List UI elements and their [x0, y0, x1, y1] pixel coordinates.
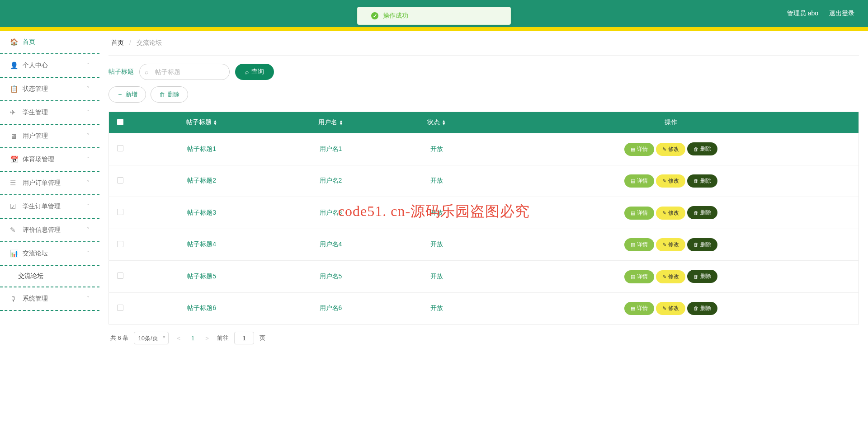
sidebar-item-8[interactable]: ✎评价信息管理˅	[0, 219, 99, 242]
success-toast: ✓ 操作成功	[357, 7, 511, 25]
row-checkbox[interactable]	[117, 209, 123, 215]
sidebar-item-3[interactable]: ✈学生管理˅	[0, 101, 99, 125]
cell-title[interactable]: 帖子标题5	[132, 261, 272, 293]
detail-button[interactable]: ▤详情	[624, 302, 654, 315]
current-page[interactable]: 1	[189, 335, 197, 342]
menu-label: 用户订单管理	[23, 179, 61, 187]
logout-link[interactable]: 退出登录	[829, 9, 854, 18]
menu-icon: ☰	[10, 179, 17, 187]
row-delete-button[interactable]: 🗑删除	[687, 302, 717, 315]
row-checkbox[interactable]	[117, 305, 123, 311]
edit-icon: ✎	[662, 274, 666, 280]
sidebar-item-10[interactable]: 🎙系统管理˅	[0, 287, 99, 311]
menu-label: 评价信息管理	[23, 226, 61, 234]
chevron-right-icon: ˅	[87, 86, 90, 92]
cell-title[interactable]: 帖子标题3	[132, 197, 272, 229]
sidebar-item-6[interactable]: ☰用户订单管理˅	[0, 172, 99, 195]
table-row: 帖子标题5用户名5开放▤详情✎修改🗑删除	[109, 261, 859, 293]
cell-user[interactable]: 用户名4	[272, 229, 390, 261]
sidebar-item-0[interactable]: 🏠首页	[0, 31, 99, 54]
edit-icon: ✎	[662, 210, 666, 216]
cell-title[interactable]: 帖子标题4	[132, 229, 272, 261]
current-user-label[interactable]: 管理员 abo	[787, 9, 818, 18]
menu-label: 交流论坛	[23, 249, 48, 258]
check-icon: ✓	[371, 12, 378, 19]
col-user[interactable]: 用户名▲▼	[272, 112, 390, 133]
menu-icon: 📋	[10, 85, 17, 93]
row-checkbox[interactable]	[117, 273, 123, 279]
trash-icon: 🗑	[693, 242, 698, 247]
edit-button[interactable]: ✎修改	[656, 207, 685, 220]
row-checkbox[interactable]	[117, 177, 123, 183]
table-row: 帖子标题4用户名4开放▤详情✎修改🗑删除	[109, 229, 859, 261]
chevron-right-icon: ˅	[87, 133, 90, 139]
cell-user[interactable]: 用户名3	[272, 197, 390, 229]
sidebar-item-2[interactable]: 📋状态管理˅	[0, 78, 99, 101]
edit-button[interactable]: ✎修改	[656, 174, 685, 188]
sidebar-item-9[interactable]: 📊交流论坛˅	[0, 242, 99, 266]
delete-button[interactable]: 🗑 删除	[151, 86, 188, 103]
add-button[interactable]: ＋ 新增	[108, 86, 146, 103]
row-delete-button[interactable]: 🗑删除	[687, 206, 717, 219]
cell-status: 开放	[389, 133, 484, 165]
menu-label: 用户管理	[23, 132, 48, 140]
cell-title[interactable]: 帖子标题2	[132, 165, 272, 197]
trash-icon: 🗑	[693, 274, 698, 279]
edit-button[interactable]: ✎修改	[656, 270, 685, 283]
detail-button[interactable]: ▤详情	[624, 174, 654, 188]
chevron-right-icon: ˅	[87, 180, 90, 186]
goto-label: 前往	[217, 334, 229, 342]
chevron-right-icon: ˅	[87, 62, 90, 69]
row-delete-button[interactable]: 🗑删除	[687, 174, 717, 188]
breadcrumb-home[interactable]: 首页	[111, 39, 124, 46]
title-search-input[interactable]	[139, 64, 230, 80]
cell-user[interactable]: 用户名1	[272, 133, 390, 165]
detail-button[interactable]: ▤详情	[624, 207, 654, 220]
col-ops: 操作	[484, 112, 859, 133]
col-status[interactable]: 状态▲▼	[389, 112, 484, 133]
page-size-select[interactable]: 10条/页	[134, 332, 169, 344]
select-all-checkbox[interactable]	[117, 119, 123, 125]
detail-icon: ▤	[631, 274, 635, 280]
sidebar-subitem[interactable]: 交流论坛	[0, 266, 99, 287]
row-delete-button[interactable]: 🗑删除	[687, 270, 717, 283]
row-delete-button[interactable]: 🗑删除	[687, 238, 717, 251]
cell-title[interactable]: 帖子标题6	[132, 292, 272, 324]
chevron-right-icon: ˅	[87, 203, 90, 210]
sidebar-item-5[interactable]: 📅体育场管理˅	[0, 148, 99, 172]
edit-icon: ✎	[662, 306, 666, 311]
detail-button[interactable]: ▤详情	[624, 238, 654, 251]
edit-button[interactable]: ✎修改	[656, 302, 685, 315]
goto-input[interactable]	[234, 332, 254, 344]
main-content: 首页 / 交流论坛 帖子标题 ⌕ ⌕ 查询 ＋ 新增 🗑 删除	[99, 31, 868, 423]
plus-icon: ＋	[117, 90, 123, 99]
toast-text: 操作成功	[383, 12, 408, 20]
chevron-right-icon: ˅	[87, 109, 90, 116]
cell-user[interactable]: 用户名2	[272, 165, 390, 197]
col-title[interactable]: 帖子标题▲▼	[132, 112, 272, 133]
menu-icon: ✎	[10, 226, 17, 234]
sidebar-item-7[interactable]: ☑学生订单管理˅	[0, 195, 99, 219]
prev-page[interactable]: <	[174, 335, 183, 342]
row-delete-button[interactable]: 🗑删除	[687, 142, 717, 155]
row-checkbox[interactable]	[117, 241, 123, 247]
query-button[interactable]: ⌕ 查询	[235, 64, 274, 80]
sidebar-item-4[interactable]: 🖥用户管理˅	[0, 125, 99, 148]
row-checkbox[interactable]	[117, 145, 123, 151]
edit-button[interactable]: ✎修改	[656, 143, 685, 156]
menu-label: 学生管理	[23, 108, 48, 117]
edit-button[interactable]: ✎修改	[656, 238, 685, 251]
next-page[interactable]: >	[203, 335, 212, 342]
menu-icon: 📅	[10, 155, 17, 164]
cell-user[interactable]: 用户名5	[272, 261, 390, 293]
sidebar-item-1[interactable]: 👤个人中心˅	[0, 54, 99, 78]
menu-icon: 🎙	[10, 295, 17, 303]
trash-icon: 🗑	[693, 306, 698, 311]
menu-icon: 👤	[10, 61, 17, 70]
cell-user[interactable]: 用户名6	[272, 292, 390, 324]
chevron-right-icon: ˅	[87, 227, 90, 233]
detail-button[interactable]: ▤详情	[624, 143, 654, 156]
cell-title[interactable]: 帖子标题1	[132, 133, 272, 165]
detail-button[interactable]: ▤详情	[624, 270, 654, 283]
menu-label: 体育场管理	[23, 155, 54, 164]
